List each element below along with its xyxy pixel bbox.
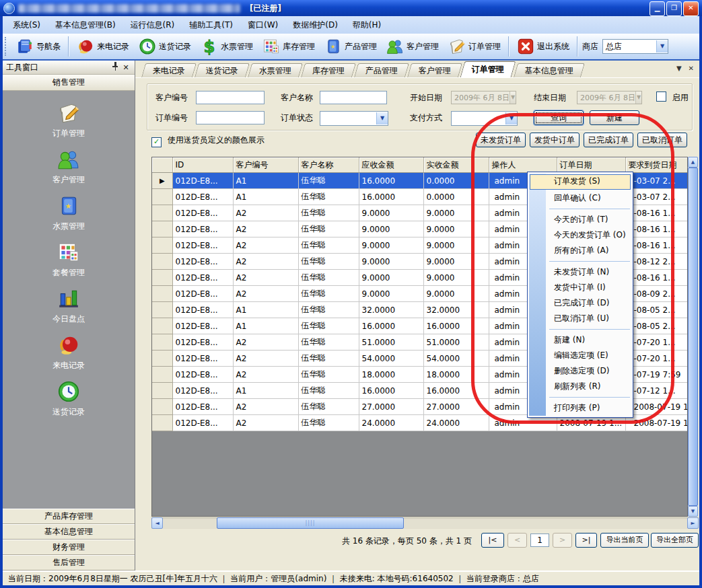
delivery-color-checkbox[interactable]: ✓ xyxy=(151,137,162,147)
sidebar-item-call-records[interactable]: 来电记录 xyxy=(52,334,85,371)
sidebar-item-order-mgmt[interactable]: 订单管理 xyxy=(52,102,85,139)
grid-vertical-scrollbar[interactable]: ▲ ▼ xyxy=(688,157,698,517)
grid-header-recv[interactable]: 应收金额 xyxy=(359,157,423,173)
toolbar-button-inventory-mgmt[interactable]: 库存管理 xyxy=(258,35,320,58)
menu-item-runtime-info[interactable]: 运行信息(R) xyxy=(123,17,182,34)
context-menu-item-completed-orders[interactable]: 已完成订单 (D) xyxy=(529,295,631,311)
context-menu-item-all-orders[interactable]: 所有的订单 (A) xyxy=(529,243,631,258)
order-no-input[interactable] xyxy=(196,111,265,124)
context-menu-item-receipt-confirm[interactable]: 回单确认 (C) xyxy=(529,190,631,206)
tab-dropdown-icon[interactable]: ▼ xyxy=(676,65,682,72)
sidebar-section-finance-mgmt[interactable]: 财务管理 xyxy=(3,540,135,555)
context-menu-item-today-shipped-orders[interactable]: 今天的发货订单 (O) xyxy=(529,227,631,243)
payment-dropdown-icon[interactable]: ▼ xyxy=(505,112,517,124)
enable-checkbox[interactable]: 启用 xyxy=(656,91,689,104)
toolbar-grip[interactable] xyxy=(5,37,9,56)
sidebar-section-basic-info-mgmt[interactable]: 基本信息管理 xyxy=(3,524,135,540)
filter-button-shipping-orders[interactable]: 发货中订单 xyxy=(530,133,580,147)
shop-select[interactable]: 总店▼ xyxy=(602,39,668,54)
enable-checkbox-box[interactable] xyxy=(656,91,666,102)
grid-header-paid[interactable]: 实收金额 xyxy=(423,157,489,173)
context-menu-item-refresh-list[interactable]: 刷新列表 (R) xyxy=(529,379,631,394)
menu-item-window[interactable]: 窗口(W) xyxy=(240,17,285,34)
page-number-input[interactable] xyxy=(530,534,549,547)
toolbar-button-water-ticket-mgmt[interactable]: $水票管理 xyxy=(196,35,258,58)
sidebar-item-delivery-records[interactable]: 送货记录 xyxy=(52,380,85,418)
grid-header-date[interactable]: 订单日期 xyxy=(557,157,625,173)
tab-close-icon[interactable]: ✕ xyxy=(689,65,694,72)
order-status-dropdown-icon[interactable]: ▼ xyxy=(376,112,388,124)
filter-button-unshipped-orders[interactable]: 未发货订单 xyxy=(476,133,526,147)
sidebar-item-package-mgmt[interactable]: 套餐管理 xyxy=(52,241,85,279)
query-button[interactable]: 查询 xyxy=(534,110,584,125)
tab-call-records[interactable]: 来电记录 xyxy=(141,63,197,77)
customer-no-input[interactable] xyxy=(196,91,265,104)
end-date-dropdown-icon[interactable]: ▼ xyxy=(635,91,641,104)
export-all-pages-button[interactable]: 导出全部页 xyxy=(651,533,699,548)
new-button[interactable]: 新建 xyxy=(590,110,639,125)
sidebar-item-water-ticket-mgmt[interactable]: ★水票管理 xyxy=(52,194,85,232)
scroll-right-icon[interactable]: ► xyxy=(687,517,699,529)
menu-item-aux-tools[interactable]: 辅助工具(T) xyxy=(182,17,240,34)
context-menu-item-today-orders[interactable]: 今天的订单 (T) xyxy=(529,212,631,227)
sidebar-section-sales[interactable]: 销售管理 xyxy=(3,75,135,91)
context-menu-item-cancelled-orders[interactable]: 已取消订单 (U) xyxy=(529,311,631,326)
toolbar-button-product-mgmt[interactable]: ★产品管理 xyxy=(320,35,382,58)
tab-customer-mgmt[interactable]: 客户管理 xyxy=(407,63,462,77)
sidebar-item-daily-stocktake[interactable]: 今日盘点 xyxy=(52,287,85,325)
toolbar-button-customer-mgmt[interactable]: 客户管理 xyxy=(382,35,444,58)
pin-icon[interactable] xyxy=(110,62,120,73)
start-date-picker[interactable]: 2009年 6月 8日 ▼ xyxy=(451,91,516,104)
shop-dropdown-icon[interactable]: ▼ xyxy=(656,40,668,52)
tab-water-ticket-mgmt[interactable]: 水票管理 xyxy=(248,63,303,77)
tab-basic-info-mgmt[interactable]: 基本信息管理 xyxy=(514,63,585,77)
close-icon[interactable]: ✕ xyxy=(120,63,131,72)
context-menu-item-print-list[interactable]: 打印列表 (P) xyxy=(529,400,631,416)
filter-button-cancelled-orders[interactable]: 已取消订单 xyxy=(637,133,687,147)
context-menu-item-edit-selected[interactable]: 编辑选定项 (E) xyxy=(529,348,631,363)
vertical-scroll-thumb[interactable] xyxy=(688,168,698,506)
sidebar-section-after-sales-mgmt[interactable]: 售后管理 xyxy=(3,555,135,571)
toolbar-button-order-mgmt[interactable]: 订单管理 xyxy=(444,35,505,58)
toolbar-button-nav-bar[interactable]: 导航条 xyxy=(11,35,65,58)
prev-page-button[interactable]: < xyxy=(507,533,527,548)
sidebar-item-customer-mgmt[interactable]: 客户管理 xyxy=(52,148,85,186)
menu-item-data-maintenance[interactable]: 数据维护(D) xyxy=(285,17,345,34)
sidebar-section-product-inventory-mgmt[interactable]: 产品库存管理 xyxy=(3,509,135,524)
menu-item-system[interactable]: 系统(S) xyxy=(5,17,48,34)
close-button[interactable]: ✕ xyxy=(683,1,699,16)
context-menu-item-unshipped-orders[interactable]: 未发货订单 (N) xyxy=(529,264,631,280)
maximize-button[interactable]: ❐ xyxy=(666,1,682,16)
toolbar-button-delivery-records[interactable]: 送货记录 xyxy=(134,35,196,58)
next-page-button[interactable]: > xyxy=(553,533,572,548)
tab-order-mgmt[interactable]: 订单管理 xyxy=(460,61,516,77)
minimize-button[interactable]: ▁ xyxy=(650,1,665,16)
export-current-page-button[interactable]: 导出当前页 xyxy=(600,533,649,548)
toolbar-button-exit-system[interactable]: 退出系统 xyxy=(512,35,574,58)
filter-button-completed-orders[interactable]: 已完成订单 xyxy=(584,133,633,147)
context-menu-item-ship-order[interactable]: 订单发货 (S) xyxy=(530,174,631,190)
grid-header-id[interactable]: ID xyxy=(172,157,233,173)
last-page-button[interactable]: >| xyxy=(575,533,597,548)
end-date-picker[interactable]: 2009年 6月 8日 ▼ xyxy=(577,91,642,104)
menu-item-help[interactable]: 帮助(H) xyxy=(345,17,388,34)
order-status-select[interactable]: ▼ xyxy=(320,111,388,126)
tab-delivery-records[interactable]: 送货记录 xyxy=(195,63,250,77)
start-date-dropdown-icon[interactable]: ▼ xyxy=(510,91,516,104)
payment-select[interactable]: ▼ xyxy=(451,111,518,126)
grid-horizontal-scrollbar[interactable]: ◄ ► xyxy=(151,517,699,529)
scroll-down-icon[interactable]: ▼ xyxy=(688,506,698,517)
menu-item-basic-info-mgmt[interactable]: 基本信息管理(B) xyxy=(48,17,123,34)
scroll-left-icon[interactable]: ◄ xyxy=(151,517,163,529)
toolbar-button-call-records[interactable]: 来电记录 xyxy=(72,35,134,58)
scroll-up-icon[interactable]: ▲ xyxy=(688,157,698,168)
grid-header-req[interactable]: 要求到货日期 xyxy=(625,157,688,173)
first-page-button[interactable]: |< xyxy=(481,533,504,548)
context-menu-item-new-order[interactable]: 新建 (N) xyxy=(529,332,631,348)
context-menu-item-shipping-orders[interactable]: 发货中订单 (I) xyxy=(529,280,631,295)
tab-product-mgmt[interactable]: 产品管理 xyxy=(354,63,409,77)
customer-name-input[interactable] xyxy=(320,91,387,104)
tab-inventory-mgmt[interactable]: 库存管理 xyxy=(301,63,356,77)
grid-header-custname[interactable]: 客户名称 xyxy=(298,157,359,173)
grid-header-custno[interactable]: 客户编号 xyxy=(233,157,298,173)
